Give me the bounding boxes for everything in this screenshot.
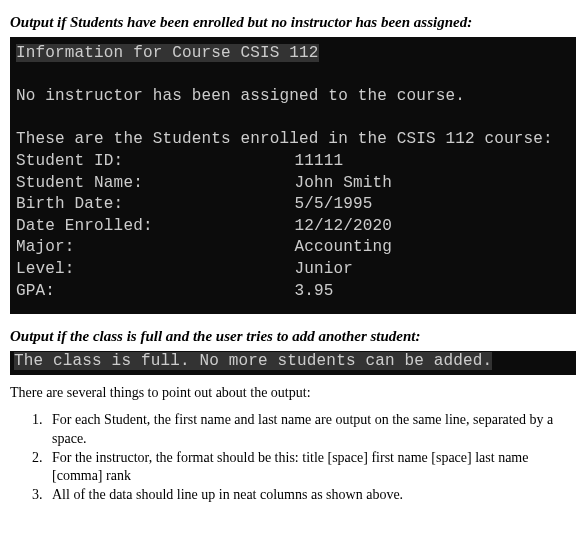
- row-value: Accounting: [294, 237, 392, 259]
- terminal-noinstructor: No instructor has been assigned to the c…: [16, 87, 465, 105]
- row-label: Major:: [16, 237, 294, 259]
- terminal-heading: Information for Course CSIS 112: [16, 44, 319, 62]
- student-row: Student Name:John Smith: [16, 173, 570, 195]
- row-value: 5/5/1995: [294, 194, 372, 216]
- row-label: Student ID:: [16, 151, 294, 173]
- student-row: Student ID:11111: [16, 151, 570, 173]
- row-label: Birth Date:: [16, 194, 294, 216]
- student-row: GPA:3.95: [16, 281, 570, 303]
- list-item: For the instructor, the format should be…: [46, 449, 576, 487]
- student-row: Level:Junior: [16, 259, 570, 281]
- terminal-students-heading: These are the Students enrolled in the C…: [16, 130, 553, 148]
- row-value: 11111: [294, 151, 343, 173]
- terminal-output-1: Information for Course CSIS 112 No instr…: [10, 37, 576, 314]
- row-label: GPA:: [16, 281, 294, 303]
- row-value: 3.95: [294, 281, 333, 303]
- terminal-output-2: The class is full. No more students can …: [10, 351, 576, 375]
- terminal-classfull-line: The class is full. No more students can …: [14, 352, 492, 370]
- row-label: Level:: [16, 259, 294, 281]
- row-value: 12/12/2020: [294, 216, 392, 238]
- list-item: For each Student, the first name and las…: [46, 411, 576, 449]
- caption-class-full: Output if the class is full and the user…: [10, 328, 576, 345]
- student-row: Major:Accounting: [16, 237, 570, 259]
- closing-text: There are several things to point out ab…: [10, 385, 576, 401]
- row-value: John Smith: [294, 173, 392, 195]
- caption-no-instructor: Output if Students have been enrolled bu…: [10, 14, 576, 31]
- student-row: Date Enrolled:12/12/2020: [16, 216, 570, 238]
- row-label: Student Name:: [16, 173, 294, 195]
- list-item: All of the data should line up in neat c…: [46, 486, 576, 505]
- row-label: Date Enrolled:: [16, 216, 294, 238]
- output-notes-list: For each Student, the first name and las…: [32, 411, 576, 505]
- student-row: Birth Date:5/5/1995: [16, 194, 570, 216]
- row-value: Junior: [294, 259, 353, 281]
